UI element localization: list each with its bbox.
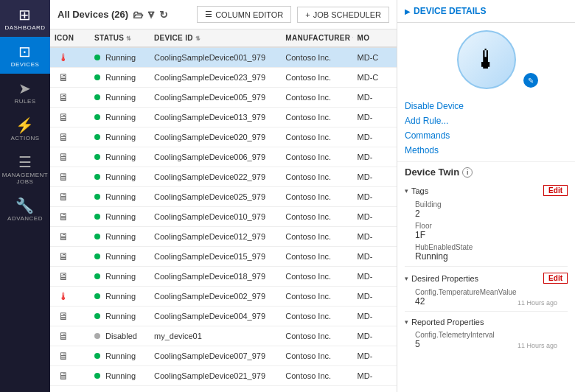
table-row[interactable]: 🖥 Running CoolingSampleDevice023_979 Con… [50, 68, 397, 88]
device-icon: 🖥 [55, 270, 72, 282]
tags-building-field: Building 2 [405, 199, 568, 220]
cell-status: Running [90, 346, 150, 366]
desired-temp-value: 42 [415, 296, 517, 307]
cell-deviceid: CoolingSampleDevice010_979 [150, 207, 281, 227]
cell-model: MD- [353, 167, 397, 187]
device-twin-title: Device Twin [405, 167, 459, 178]
desired-props-header[interactable]: ▾ Desired Properties Edit [405, 270, 568, 287]
cell-model: MD- [353, 227, 397, 247]
table-row[interactable]: 🌡 Running CoolingSampleDevice002_979 Con… [50, 287, 397, 307]
column-editor-button[interactable]: ☰ COLUMN EDITOR [197, 6, 291, 23]
status-text: Running [105, 73, 136, 82]
cell-manufacturer: Contoso Inc. [281, 287, 352, 307]
desired-props-edit-button[interactable]: Edit [543, 273, 568, 284]
table-row[interactable]: 🖥 Running CoolingSampleDevice015_979 Con… [50, 247, 397, 267]
desired-temp-label: Config.TemperatureMeanValue [415, 288, 517, 296]
tags-group: ▾ Tags Edit Building 2 Floor 1F HubEnabl… [405, 182, 568, 263]
reported-props-header[interactable]: ▾ Reported Properties [405, 315, 568, 329]
cell-model: MD- [353, 366, 397, 386]
table-row[interactable]: 🖥 Running CoolingSampleDevice020_979 Con… [50, 127, 397, 147]
filter-icon[interactable]: ⛛ [146, 9, 156, 21]
col-header-deviceid[interactable]: DEVICE ID ⇅ [150, 29, 281, 47]
cell-model: MD- [353, 326, 397, 346]
status-text: Running [105, 153, 136, 161]
cell-deviceid: CoolingSampleDevice005_979 [150, 88, 281, 108]
cell-deviceid: CoolingSampleDevice001_979 [150, 47, 281, 68]
status-text: Running [105, 53, 136, 62]
col-header-status[interactable]: STATUS ⇅ [90, 29, 150, 47]
cell-icon: 🌡 [50, 287, 90, 307]
table-row[interactable]: 🖥 Running CoolingSampleDevice013_979 Con… [50, 108, 397, 127]
sidebar-item-advanced[interactable]: 🔧 Advanced [0, 191, 50, 228]
table-row[interactable]: 🖥 Running CoolingSampleDevice022_979 Con… [50, 167, 397, 187]
commands-link[interactable]: Commands [405, 129, 568, 142]
status-text: Running [105, 113, 136, 122]
status-dot [94, 134, 100, 140]
device-twin-info-icon[interactable]: i [462, 167, 473, 178]
status-text: Running [105, 93, 136, 102]
status-text: Running [105, 133, 136, 141]
tags-group-title: ▾ Tags [405, 186, 428, 195]
devices-label: Devices [11, 61, 40, 68]
folder-icon[interactable]: 🗁 [133, 9, 143, 21]
col-header-manufacturer[interactable]: MANUFACTURER ⇅ [281, 29, 352, 47]
col-header-model[interactable]: MO [353, 29, 397, 47]
dashboard-icon: ⊞ [18, 7, 32, 22]
table-row[interactable]: 🖥 Running CoolingSampleDevice018_979 Con… [50, 267, 397, 287]
tags-edit-button[interactable]: Edit [543, 185, 568, 196]
cell-deviceid: CoolingSampleDevice018_979 [150, 267, 281, 287]
add-rule-link[interactable]: Add Rule... [405, 114, 568, 127]
device-icon: 🖥 [55, 91, 72, 103]
sidebar-item-devices[interactable]: ⊡ Devices [0, 37, 50, 74]
tags-group-header[interactable]: ▾ Tags Edit [405, 182, 568, 199]
cell-icon: 🖥 [50, 108, 90, 127]
device-circle: 🌡 [457, 30, 516, 89]
device-icon: 🖥 [55, 211, 72, 223]
col-header-icon: ICON [50, 29, 90, 47]
device-icon: 🖥 [55, 350, 72, 362]
sidebar-item-dashboard[interactable]: ⊞ Dashboard [0, 0, 50, 37]
disable-device-link[interactable]: Disable Device [405, 99, 568, 113]
table-row[interactable]: 🖥 Disabled my_device01 Contoso Inc. MD- [50, 326, 397, 346]
status-text: Running [105, 172, 136, 181]
device-icon: 🖥 [55, 71, 72, 83]
panel-header: ▶ DEVICE DETAILS [397, 0, 575, 23]
table-row[interactable]: 🖥 Running CoolingSampleDevice010_979 Con… [50, 207, 397, 227]
rules-label: Rules [14, 98, 35, 105]
device-thermometer-icon: 🌡 [473, 44, 500, 75]
device-twin-section: Device Twin i ▾ Tags Edit Building 2 Flo… [397, 161, 575, 358]
device-table-area: ICON STATUS ⇅ DEVICE ID ⇅ MANUFACTURER ⇅ [50, 29, 397, 392]
cell-status: Running [90, 68, 150, 88]
device-icon: 🖥 [55, 131, 72, 143]
refresh-icon[interactable]: ↻ [159, 9, 168, 21]
table-row[interactable]: 🖥 Running CoolingSampleDevice006_979 Con… [50, 147, 397, 167]
sidebar-item-management-jobs[interactable]: ☰ Management Jobs [0, 147, 50, 191]
table-row[interactable]: 🖥 Running CoolingSampleDevice004_979 Con… [50, 307, 397, 326]
table-row[interactable]: 🖥 Running CoolingSampleDevice012_979 Con… [50, 227, 397, 247]
cell-manufacturer: Contoso Inc. [281, 47, 352, 68]
cell-manufacturer: Contoso Inc. [281, 147, 352, 167]
management-jobs-label: Management Jobs [0, 172, 50, 185]
table-row[interactable]: 🖥 Running CoolingSampleDevice025_979 Con… [50, 187, 397, 207]
actions-icon: ⚡ [15, 118, 35, 133]
table-row[interactable]: 🖥 Running CoolingSampleDevice007_979 Con… [50, 346, 397, 366]
reported-telemetry-label: Config.TelemetryInterval [415, 331, 495, 339]
management-jobs-icon: ☰ [18, 155, 32, 169]
status-dot [94, 154, 100, 160]
cell-model: MD- [353, 108, 397, 127]
cell-status: Running [90, 167, 150, 187]
job-scheduler-button[interactable]: + JOB SCHEDULER [297, 7, 389, 23]
cell-model: MD- [353, 287, 397, 307]
cell-deviceid: CoolingSampleDevice013_979 [150, 108, 281, 127]
sort-icon-deviceid: ⇅ [195, 35, 201, 42]
table-row[interactable]: 🖥 Running CoolingSampleDevice005_979 Con… [50, 88, 397, 108]
table-row[interactable]: 🖥 Running CoolingSampleDevice021_979 Con… [50, 366, 397, 386]
table-row[interactable]: 🌡 Running CoolingSampleDevice001_979 Con… [50, 47, 397, 68]
status-dot [94, 194, 100, 200]
sidebar-item-rules[interactable]: ➤ Rules [0, 74, 50, 111]
sidebar-item-actions[interactable]: ⚡ Actions [0, 111, 50, 147]
methods-link[interactable]: Methods [405, 144, 568, 157]
device-edit-icon[interactable]: ✎ [523, 73, 538, 88]
cell-model: MD-C [353, 68, 397, 88]
cell-status: Running [90, 108, 150, 127]
